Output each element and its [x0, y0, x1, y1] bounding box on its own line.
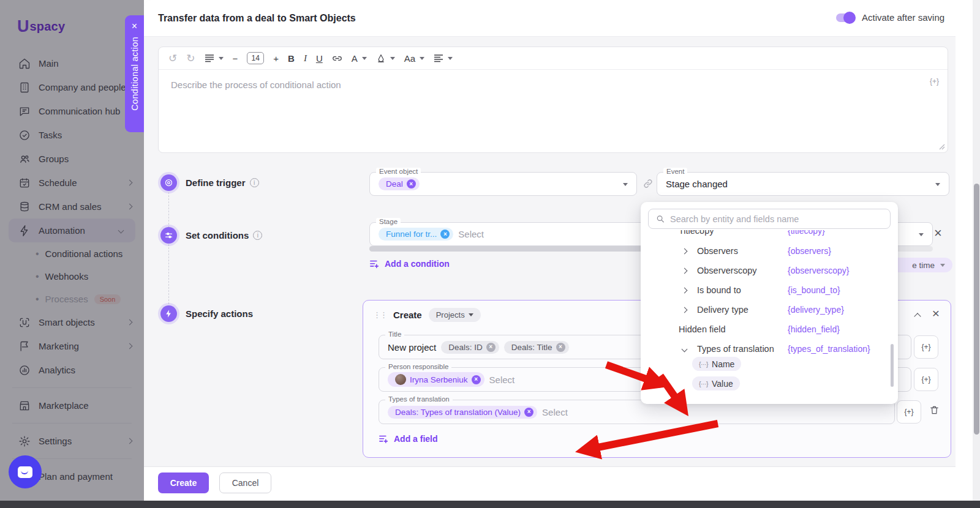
trash-icon[interactable]: [929, 405, 940, 416]
dropdown-scrollbar-thumb[interactable]: [891, 344, 894, 387]
define-trigger-label: Define trigger i: [186, 177, 259, 188]
entity-select[interactable]: Projects: [429, 308, 481, 322]
stage-chip-funnel[interactable]: Funnel for tr... ×: [379, 228, 453, 241]
event-object-chip-deal[interactable]: Deal ×: [379, 177, 420, 190]
chip-remove-icon[interactable]: ×: [556, 343, 565, 352]
remove-condition-button[interactable]: ×: [934, 226, 942, 240]
conditions-step-icon: [160, 227, 177, 244]
chevron-down-icon: [362, 57, 367, 60]
chevron-right-icon: [682, 248, 688, 254]
undo-button[interactable]: ↺: [168, 52, 177, 65]
search-input[interactable]: [670, 214, 883, 224]
insert-token-button[interactable]: {+}: [930, 77, 939, 86]
collapse-card-button[interactable]: [915, 310, 920, 321]
resize-handle[interactable]: [939, 144, 945, 150]
line-height-button[interactable]: [205, 54, 224, 62]
title-chip-deals-id[interactable]: Deals: ID ×: [441, 341, 499, 354]
chip-remove-icon[interactable]: ×: [472, 375, 481, 384]
align-button[interactable]: [434, 54, 453, 62]
activate-toggle[interactable]: [836, 13, 854, 22]
add-field-button[interactable]: Add a field: [379, 434, 438, 444]
text-case-label: Aa: [404, 53, 415, 64]
align-left-icon: [434, 54, 443, 62]
chevron-right-icon: [682, 307, 688, 313]
person-responsible-label: Person responsible: [385, 363, 451, 370]
field-row-token: {titlecopy}: [788, 230, 825, 236]
chip-remove-icon[interactable]: ×: [524, 408, 533, 417]
chip-remove-icon[interactable]: ×: [407, 179, 416, 189]
cancel-button[interactable]: Cancel: [219, 473, 271, 493]
dropdown-row-hidden-field[interactable]: Hidden field {hidden_field}: [641, 319, 898, 339]
highlight-icon: [376, 53, 386, 63]
page-scrollbar-thumb[interactable]: [974, 184, 979, 435]
drag-handle-icon[interactable]: ⋮⋮: [373, 310, 386, 319]
info-icon[interactable]: i: [250, 178, 259, 187]
text-color-button[interactable]: A: [352, 53, 367, 64]
field-row-name: Titlecopy: [679, 230, 714, 236]
step-connector-line: [168, 192, 169, 307]
chevron-down-icon: [448, 57, 453, 60]
person-chip-iryna-serbeniuk[interactable]: Iryna Serbeniuk ×: [388, 372, 484, 387]
dropdown-suboption-value[interactable]: {···} Value: [692, 376, 740, 390]
dropdown-row-is-bound-to[interactable]: Is bound to {is_bound_to}: [641, 280, 898, 300]
types-of-translation-label: Types of translation: [385, 395, 453, 403]
text-color-letter: A: [352, 53, 358, 64]
target-icon: [164, 178, 173, 187]
title-chip-deals-title[interactable]: Deals: Title ×: [504, 341, 569, 354]
set-conditions-label: Set conditions i: [186, 230, 262, 241]
dropdown-row-types-of-translation[interactable]: Types of translation {types_of_translati…: [641, 339, 898, 359]
trigger-step-icon: [160, 174, 177, 191]
redo-button[interactable]: ↻: [186, 52, 195, 65]
chip-remove-icon[interactable]: ×: [440, 230, 450, 239]
event-object-select[interactable]: Event object Deal ×: [369, 172, 637, 196]
actions-step-icon: [160, 305, 177, 322]
title-field-text: New project: [388, 342, 436, 353]
close-icon[interactable]: ×: [132, 21, 137, 31]
editor-body[interactable]: Describe the process of conditional acti…: [159, 70, 948, 152]
dropdown-search[interactable]: [648, 209, 891, 229]
link-button[interactable]: [332, 53, 342, 64]
chevron-down-icon: [919, 233, 924, 236]
text-case-button[interactable]: Aa: [404, 53, 424, 64]
event-value: Stage changed: [666, 179, 728, 189]
add-condition-button[interactable]: Add a condition: [369, 259, 450, 269]
dropdown-row-clipped[interactable]: Titlecopy {titlecopy}: [641, 230, 898, 239]
types-chip-deals-types-of-translation-value[interactable]: Deals: Types of translation (Value) ×: [388, 406, 537, 419]
insert-token-button[interactable]: {+}: [897, 400, 921, 424]
chevron-down-icon: [469, 313, 473, 316]
font-size-increase-button[interactable]: +: [273, 53, 279, 64]
modal-backdrop: [0, 0, 144, 508]
underline-button[interactable]: U: [316, 53, 323, 64]
bold-button[interactable]: B: [288, 53, 295, 64]
info-icon[interactable]: i: [253, 231, 262, 240]
font-size-value[interactable]: 14: [247, 52, 264, 64]
token-icon: {···}: [699, 380, 708, 387]
dropdown-suboption-name[interactable]: {···} Name: [692, 357, 741, 371]
action-verb: Create: [393, 310, 422, 320]
create-button[interactable]: Create: [158, 473, 209, 493]
chevron-down-icon: [682, 346, 688, 352]
window-bottom-edge: [0, 501, 980, 508]
panel-header: Transfer data from a deal to Smart Objec…: [144, 0, 956, 37]
support-chat-button[interactable]: [9, 455, 42, 488]
chevron-down-icon: [420, 57, 424, 60]
highlight-color-button[interactable]: [376, 53, 395, 63]
insert-token-button[interactable]: {+}: [914, 368, 938, 391]
dropdown-row-observerscopy[interactable]: Observerscopy {observerscopy}: [641, 261, 898, 280]
event-select[interactable]: Event Stage changed: [657, 172, 949, 196]
font-size-decrease-button[interactable]: −: [233, 53, 238, 64]
dropdown-row-observers[interactable]: Observers {observers}: [641, 241, 898, 261]
chip-remove-icon[interactable]: ×: [486, 343, 496, 352]
specify-actions-label: Specify actions: [186, 308, 253, 319]
conditional-action-tab[interactable]: × Conditional action: [125, 15, 144, 132]
line-height-icon: [205, 54, 214, 62]
italic-button[interactable]: I: [304, 53, 307, 64]
add-list-icon: [379, 435, 389, 444]
remove-action-button[interactable]: ×: [932, 307, 940, 319]
link-icon: [332, 53, 342, 64]
insert-token-button[interactable]: {+}: [914, 335, 938, 359]
select-placeholder: Select: [542, 407, 568, 417]
dropdown-row-delivery-type[interactable]: Delivery type {delivery_type}: [641, 300, 898, 319]
panel-content: ↺ ↻ − 14 + B I U A: [144, 37, 956, 466]
activate-toggle-label: Activate after saving: [862, 12, 944, 23]
